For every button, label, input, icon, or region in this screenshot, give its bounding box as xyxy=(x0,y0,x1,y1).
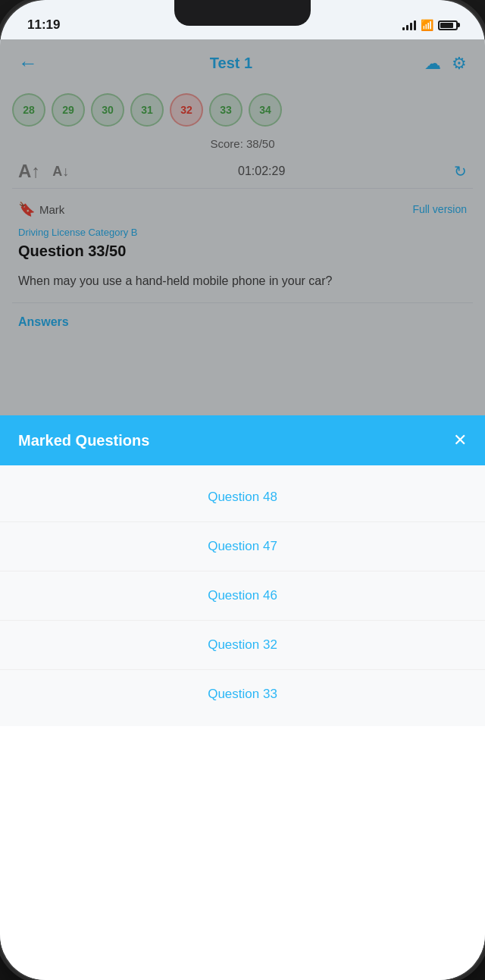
phone-frame: 11:19 📶 ← Test 1 ☁ xyxy=(0,0,485,980)
marked-question-item-47[interactable]: Question 47 xyxy=(0,522,485,571)
status-time: 11:19 xyxy=(27,17,60,33)
status-icons: 📶 xyxy=(402,19,458,31)
marked-question-item-46[interactable]: Question 46 xyxy=(0,571,485,621)
modal-close-button[interactable]: ✕ xyxy=(453,431,467,450)
phone-screen: 11:19 📶 ← Test 1 ☁ xyxy=(0,0,485,980)
marked-question-item-33[interactable]: Question 33 xyxy=(0,670,485,719)
modal-header: Marked Questions ✕ xyxy=(0,415,485,465)
signal-icon xyxy=(402,20,416,30)
marked-question-item-48[interactable]: Question 48 xyxy=(0,473,485,522)
notch xyxy=(174,0,311,26)
modal-title: Marked Questions xyxy=(18,432,149,449)
battery-icon xyxy=(438,20,458,30)
marked-questions-modal: Marked Questions ✕ Question 48 Question … xyxy=(0,415,485,980)
wifi-icon: 📶 xyxy=(421,19,433,31)
modal-overlay[interactable]: Marked Questions ✕ Question 48 Question … xyxy=(0,39,485,980)
app-content: ← Test 1 ☁ ⚙ 28 29 30 31 xyxy=(0,39,485,980)
marked-question-item-32[interactable]: Question 32 xyxy=(0,621,485,670)
modal-body: Question 48 Question 47 Question 46 Ques… xyxy=(0,465,485,726)
